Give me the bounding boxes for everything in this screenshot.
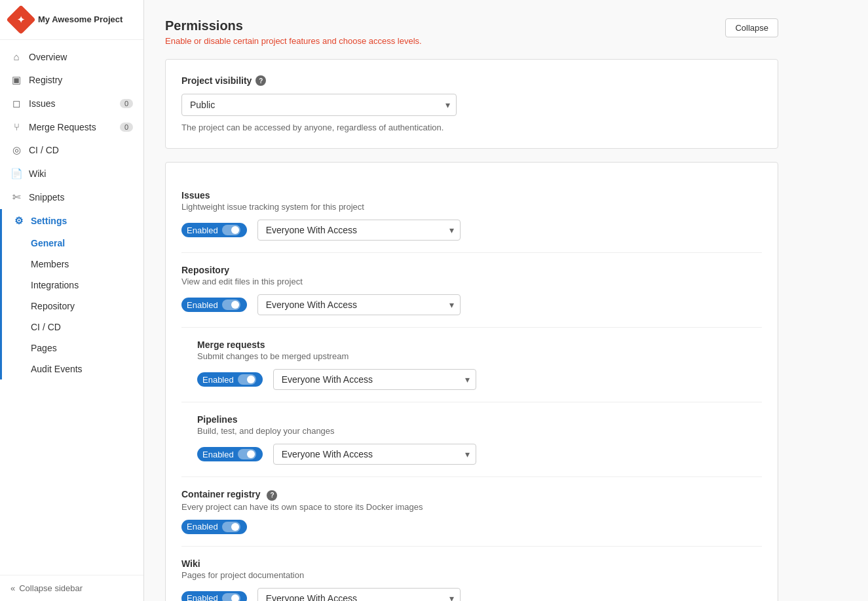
wiki-access-wrapper: Everyone With Access Only Project Member…: [257, 588, 461, 602]
page-title: Permissions: [165, 18, 422, 33]
container-registry-help-icon[interactable]: ?: [267, 490, 277, 501]
visibility-note: The project can be accessed by anyone, r…: [181, 123, 762, 132]
wiki-toggle[interactable]: Enabled: [181, 591, 247, 602]
settings-group: ⚙ Settings General Members Integrations …: [0, 209, 143, 379]
sidebar-sub-audit-events[interactable]: Audit Events: [31, 359, 143, 379]
feature-wiki-controls: Enabled Everyone With Access Only Projec…: [181, 588, 762, 602]
sidebar-sub-integrations[interactable]: Integrations: [31, 275, 143, 296]
issues-access-select[interactable]: Everyone With Access Only Project Member…: [257, 220, 461, 241]
pipelines-toggle[interactable]: Enabled: [197, 447, 263, 461]
sidebar-item-label: Issues: [29, 98, 55, 109]
registry-icon: ▣: [10, 74, 22, 86]
feature-merge-requests-desc: Submit changes to be merged upstream: [197, 351, 762, 361]
visibility-select[interactable]: Private Internal Public: [181, 94, 457, 116]
container-registry-toggle-label: Enabled: [187, 522, 218, 532]
cicd-icon: ◎: [10, 144, 22, 156]
feature-repository-desc: View and edit files in this project: [181, 277, 762, 286]
project-logo-letter: ✦: [17, 14, 25, 25]
feature-wiki-desc: Pages for project documentation: [181, 570, 762, 580]
sidebar-item-cicd[interactable]: ◎ CI / CD: [0, 138, 143, 162]
merge-requests-access-wrapper: Everyone With Access Only Project Member…: [273, 369, 476, 390]
sidebar: ✦ My Awesome Project ⌂ Overview ▣ Regist…: [0, 0, 144, 601]
visibility-select-wrapper: Private Internal Public: [181, 94, 457, 116]
wiki-toggle-switch: [222, 593, 240, 602]
issues-access-wrapper: Everyone With Access Only Project Member…: [257, 220, 461, 241]
merge-requests-access-select[interactable]: Everyone With Access Only Project Member…: [273, 369, 476, 390]
sidebar-item-label: Registry: [29, 75, 62, 85]
sidebar-nav: ⌂ Overview ▣ Registry ◻ Issues 0 ⑂ Merge…: [0, 40, 143, 575]
repository-access-select[interactable]: Everyone With Access Only Project Member…: [257, 294, 461, 315]
collapse-sidebar-label: Collapse sidebar: [19, 583, 83, 593]
page-header: Permissions Enable or disable certain pr…: [165, 18, 778, 46]
sidebar-item-issues[interactable]: ◻ Issues 0: [0, 92, 143, 115]
home-icon: ⌂: [10, 51, 22, 62]
pipelines-toggle-label: Enabled: [202, 450, 234, 459]
sidebar-item-settings[interactable]: ⚙ Settings: [2, 209, 143, 233]
sidebar-sub-general[interactable]: General: [31, 233, 143, 254]
merge-requests-toggle[interactable]: Enabled: [197, 372, 263, 387]
issues-icon: ◻: [10, 98, 22, 109]
settings-icon: ⚙: [12, 215, 24, 227]
issues-toggle-label: Enabled: [187, 225, 218, 235]
features-card: Issues Lightweight issue tracking system…: [165, 162, 778, 601]
feature-merge-requests: Merge requests Submit changes to be merg…: [181, 328, 762, 402]
visibility-card: Project visibility ? Private Internal Pu…: [165, 59, 778, 149]
chevron-left-icon: «: [10, 583, 15, 593]
sidebar-item-wiki[interactable]: 📄 Wiki: [0, 162, 143, 185]
visibility-section-title: Project visibility ?: [181, 75, 762, 86]
repository-toggle[interactable]: Enabled: [181, 298, 247, 312]
feature-repository: Repository View and edit files in this p…: [181, 253, 762, 328]
snippets-icon: ✄: [10, 191, 22, 203]
wiki-toggle-label: Enabled: [187, 593, 218, 601]
pipelines-toggle-switch: [238, 449, 256, 459]
collapse-sidebar-button[interactable]: « Collapse sidebar: [0, 575, 143, 601]
sidebar-item-label: Wiki: [29, 168, 46, 179]
feature-wiki-name: Wiki: [181, 558, 762, 569]
container-registry-toggle[interactable]: Enabled: [181, 520, 247, 534]
container-registry-toggle-switch: [222, 522, 240, 532]
feature-container-registry: Container registry ? Every project can h…: [181, 477, 762, 547]
feature-pipelines: Pipelines Build, test, and deploy your c…: [181, 402, 762, 477]
issues-toggle[interactable]: Enabled: [181, 223, 247, 237]
sidebar-item-registry[interactable]: ▣ Registry: [0, 68, 143, 92]
page-subtitle: Enable or disable certain project featur…: [165, 36, 422, 46]
feature-container-registry-controls: Enabled: [181, 520, 762, 534]
sidebar-item-label: CI / CD: [29, 145, 59, 155]
settings-submenu: General Members Integrations Repository …: [2, 233, 143, 379]
merge-requests-toggle-label: Enabled: [202, 375, 234, 385]
feature-issues-controls: Enabled Everyone With Access Only Projec…: [181, 220, 762, 241]
feature-merge-requests-name: Merge requests: [197, 339, 762, 350]
visibility-help-icon[interactable]: ?: [255, 75, 266, 86]
feature-pipelines-name: Pipelines: [197, 414, 762, 425]
feature-issues-desc: Lightweight issue tracking system for th…: [181, 202, 762, 212]
merge-requests-badge: 0: [120, 123, 133, 132]
sidebar-sub-pages[interactable]: Pages: [31, 338, 143, 359]
project-name: My Awesome Project: [38, 14, 123, 26]
feature-container-registry-desc: Every project can have its own space to …: [181, 502, 762, 512]
sidebar-item-label: Overview: [29, 52, 67, 62]
issues-toggle-switch: [222, 225, 240, 235]
repository-toggle-switch: [222, 300, 240, 310]
pipelines-access-wrapper: Everyone With Access Only Project Member…: [273, 444, 476, 465]
sidebar-item-label: Merge Requests: [29, 122, 96, 132]
wiki-access-select[interactable]: Everyone With Access Only Project Member…: [257, 588, 461, 602]
settings-label: Settings: [31, 216, 67, 226]
sidebar-sub-cicd[interactable]: CI / CD: [31, 317, 143, 338]
feature-merge-requests-controls: Enabled Everyone With Access Only Projec…: [197, 369, 762, 390]
sidebar-item-overview[interactable]: ⌂ Overview: [0, 45, 143, 68]
collapse-button[interactable]: Collapse: [725, 18, 778, 37]
repository-access-wrapper: Everyone With Access Only Project Member…: [257, 294, 461, 315]
pipelines-access-select[interactable]: Everyone With Access Only Project Member…: [273, 444, 476, 465]
wiki-icon: 📄: [10, 168, 22, 180]
sidebar-item-snippets[interactable]: ✄ Snippets: [0, 185, 143, 209]
merge-requests-toggle-switch: [238, 374, 256, 385]
sidebar-sub-repository[interactable]: Repository: [31, 296, 143, 317]
feature-container-registry-name: Container registry ?: [181, 489, 762, 501]
sidebar-item-label: Snippets: [29, 192, 64, 203]
feature-pipelines-desc: Build, test, and deploy your changes: [197, 426, 762, 436]
feature-repository-name: Repository: [181, 265, 762, 275]
feature-issues: Issues Lightweight issue tracking system…: [181, 178, 762, 253]
sidebar-sub-members[interactable]: Members: [31, 254, 143, 275]
feature-wiki: Wiki Pages for project documentation Ena…: [181, 547, 762, 602]
sidebar-item-merge-requests[interactable]: ⑂ Merge Requests 0: [0, 115, 143, 138]
